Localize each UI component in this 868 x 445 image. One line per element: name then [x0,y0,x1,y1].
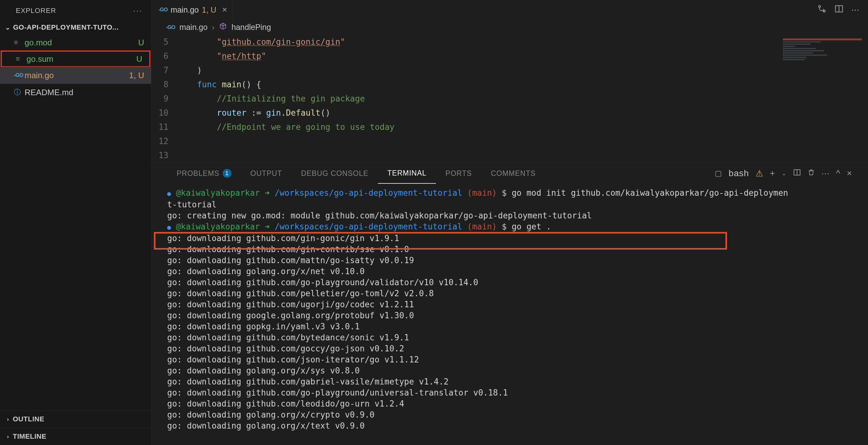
breadcrumb-symbol[interactable]: handlePing [231,23,271,32]
code-line[interactable]: ) [177,63,395,77]
more-icon[interactable]: ··· [133,6,142,16]
plus-icon[interactable]: + [770,168,775,178]
explorer-header: EXPLORER ··· [0,0,151,21]
terminal-line: go: downloading golang.org/x/sys v0.8.0 [167,365,862,376]
code-line[interactable]: //Endpoint we are going to use today [177,120,395,134]
more-icon[interactable]: ··· [821,168,830,178]
terminal-line: go: downloading gopkg.in/yaml.v3 v3.0.1 [167,321,862,332]
chevron-right-icon: › [7,433,9,440]
terminal-line: t-tutorial [167,199,862,210]
project-header[interactable]: ⌄ GO-API-DEPLOYMENT-TUTO... [0,21,151,34]
split-icon[interactable] [834,4,844,16]
terminal-line: go: downloading github.com/gabriel-vasil… [167,376,862,387]
minimap[interactable] [783,37,862,97]
terminal-line: go: downloading github.com/pelletier/go-… [167,288,862,299]
tab-main-go[interactable]: -GO main.go 1, U × [151,0,232,20]
line-number: 12 [151,134,168,148]
section-label: TIMELINE [13,433,47,441]
title-bar: -GO main.go 1, U × ··· [151,0,868,20]
warning-icon[interactable]: ⚠ [755,168,764,179]
breadcrumbs[interactable]: -GO main.go › handlePing [151,20,868,35]
file-item-go.sum[interactable]: ≡ go.sum U [1,50,150,67]
line-number: 13 [151,148,168,163]
terminal-line: go: downloading github.com/ugorji/go/cod… [167,299,862,310]
section-timeline[interactable]: › TIMELINE [0,428,151,445]
section-outline[interactable]: › OUTLINE [0,410,151,428]
file-name: main.go [25,71,129,80]
compare-icon[interactable] [817,4,827,16]
chevron-up-icon[interactable]: ^ [836,168,841,178]
tab-file-name: main.go [170,5,199,14]
section-label: OUTLINE [13,415,44,423]
symbol-icon [219,22,227,32]
editor[interactable]: 5678910111213 "github.com/gin-gonic/gin"… [151,35,868,163]
code-line[interactable]: "github.com/gin-gonic/gin" [177,35,395,49]
file-name: go.sum [27,54,136,64]
panel-tab-label: TERMINAL [387,169,427,177]
line-number: 11 [151,120,168,134]
panel-tab-terminal[interactable]: TERMINAL [378,163,436,184]
terminal[interactable]: ● @kaiwalyakoparkar ➜ /workspaces/go-api… [151,184,868,445]
line-number: 5 [151,35,168,49]
code-body[interactable]: "github.com/gin-gonic/gin" "net/http" ) … [177,35,395,163]
count-badge: 1 [223,169,231,178]
code-line[interactable]: router := gin.Default() [177,106,395,120]
terminal-line: go: downloading github.com/go-playground… [167,387,862,398]
more-icon[interactable]: ··· [851,4,859,16]
terminal-line: go: creating new go.mod: module github.c… [167,210,862,221]
breadcrumb-file[interactable]: main.go [180,23,208,32]
panel-tab-label: COMMENTS [491,169,535,178]
chevron-right-icon: › [212,23,215,32]
line-number: 6 [151,49,168,63]
info-icon: ⓘ [14,88,25,97]
code-line[interactable]: //Initializing the gin package [177,92,395,106]
tab-marker: 1, U [202,5,216,14]
go-icon: -GO [166,24,175,31]
file-item-main.go[interactable]: -GO main.go 1, U [0,67,151,84]
file-name: README.md [25,88,144,97]
close-icon[interactable]: × [847,168,852,178]
terminal-line: go: downloading golang.org/x/text v0.9.0 [167,420,862,432]
go-icon: -GO [158,7,167,13]
chevron-down-icon[interactable]: ⌄ [782,170,786,177]
file-badge: U [136,54,142,64]
terminal-line: go: downloading google.golang.org/protob… [167,310,862,321]
code-line[interactable]: func main() { [177,77,395,92]
file-icon: ≡ [14,38,25,47]
terminal-line: go: downloading github.com/mattn/go-isat… [167,255,862,266]
panel-tab-label: PROBLEMS [177,169,219,178]
panel-tab-label: DEBUG CONSOLE [301,169,368,178]
gutter: 5678910111213 [151,35,177,163]
trash-icon[interactable] [807,168,815,178]
shell-label[interactable]: bash [728,168,749,178]
panel-tab-debug-console[interactable]: DEBUG CONSOLE [291,163,378,184]
terminal-line: go: downloading github.com/gin-gonic/gin… [167,233,862,244]
file-item-go.mod[interactable]: ≡ go.mod U [0,34,151,51]
split-terminal-icon[interactable] [793,168,801,179]
panel-tab-problems[interactable]: PROBLEMS1 [167,163,241,184]
file-badge: 1, U [129,71,144,80]
codespace-icon[interactable]: ▢ [715,169,722,178]
file-item-README.md[interactable]: ⓘ README.md [0,84,151,101]
panel-tab-label: PORTS [445,169,472,178]
terminal-line: go: downloading github.com/go-playground… [167,277,862,288]
go-icon: -GO [14,72,25,78]
svg-point-0 [818,5,820,7]
explorer-title: EXPLORER [16,7,56,15]
terminal-prompt: ● @kaiwalyakoparkar ➜ /workspaces/go-api… [167,221,862,233]
terminal-line: go: downloading golang.org/x/crypto v0.9… [167,409,862,420]
panel-tab-comments[interactable]: COMMENTS [481,163,545,184]
panel-tab-label: OUTPUT [250,169,282,178]
panel-tabs: PROBLEMS1 OUTPUT DEBUG CONSOLE TERMINAL … [151,163,868,184]
code-line[interactable]: "net/http" [177,49,395,63]
chevron-down-icon: ⌄ [5,24,11,31]
panel-tab-ports[interactable]: PORTS [436,163,481,184]
file-badge: U [138,38,144,47]
line-number: 8 [151,77,168,92]
close-icon[interactable]: × [222,5,227,15]
panel-tab-output[interactable]: OUTPUT [241,163,292,184]
terminal-line: go: downloading github.com/leodido/go-ur… [167,398,862,409]
file-icon: ≡ [16,55,27,63]
terminal-prompt: ● @kaiwalyakoparkar ➜ /workspaces/go-api… [167,187,862,199]
file-list: ≡ go.mod U ≡ go.sum U -GO main.go 1, U ⓘ… [0,34,151,410]
